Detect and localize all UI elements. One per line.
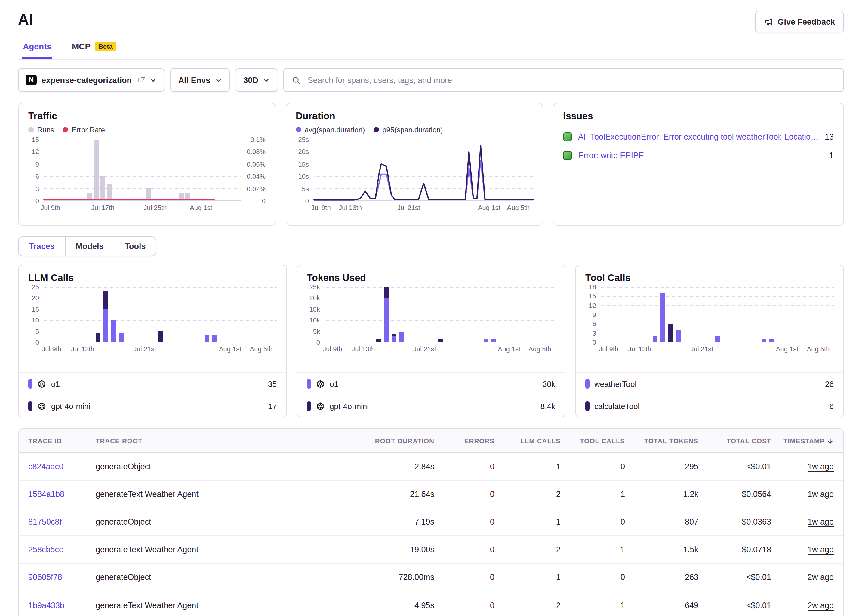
issue-count: 1 — [829, 151, 834, 160]
chart-bar[interactable] — [653, 336, 658, 342]
column-header-tool-calls[interactable]: TOOL CALLS — [561, 437, 625, 444]
give-feedback-button[interactable]: Give Feedback — [755, 11, 844, 33]
chart-bar[interactable] — [104, 291, 108, 309]
plot-area — [44, 140, 240, 201]
grid-line — [601, 296, 834, 297]
subtab-models[interactable]: Models — [65, 237, 114, 256]
cell-timestamp[interactable]: 2w ago — [771, 601, 834, 610]
grid-line — [601, 314, 834, 315]
chart-bar[interactable] — [111, 320, 116, 342]
subtab-traces[interactable]: Traces — [19, 237, 65, 256]
page: AI Give Feedback Agents MCP Beta N expen… — [0, 0, 862, 616]
cell-total-cost: $0.0363 — [699, 517, 771, 526]
chart-bar[interactable] — [384, 298, 389, 342]
chart-bar[interactable] — [438, 338, 443, 342]
cell-timestamp[interactable]: 1w ago — [771, 517, 834, 526]
project-selector[interactable]: N expense-categorization +7 — [18, 68, 165, 92]
cell-total-cost: <$0.01 — [699, 462, 771, 471]
series-name: gpt-4o-mini — [51, 402, 90, 410]
y-axis-tick: 18 — [589, 283, 597, 291]
issue-link[interactable]: AI_ToolExecutionError: Error executing t… — [578, 132, 819, 141]
column-header-errors[interactable]: ERRORS — [434, 437, 495, 444]
cell-timestamp[interactable]: 2w ago — [771, 573, 834, 582]
column-header-root-duration[interactable]: ROOT DURATION — [344, 437, 434, 444]
chart-bar[interactable] — [384, 287, 389, 298]
table-header: TRACE IDTRACE ROOTROOT DURATIONERRORSLLM… — [19, 429, 843, 453]
column-header-trace-id[interactable]: TRACE ID — [28, 437, 96, 444]
legend-item: avg(span.duration) — [296, 126, 365, 134]
grid-line — [601, 333, 834, 333]
legend-row[interactable]: calculateTool6 — [576, 394, 843, 417]
issue-link[interactable]: Error: write EPIPE — [578, 151, 823, 160]
cell-trace-id[interactable]: 81750c8f — [28, 517, 96, 526]
chart-bar[interactable] — [96, 333, 101, 342]
cell-trace-id[interactable]: c824aac0 — [28, 462, 96, 471]
chart-bar[interactable] — [376, 339, 381, 342]
column-header-label: LLM CALLS — [520, 437, 561, 444]
traffic-card: Traffic RunsError Rate 03691215 00.02%0.… — [18, 103, 276, 226]
chart-bar[interactable] — [676, 330, 681, 342]
y-axis-labels: 0369121518 — [585, 287, 601, 342]
legend-row[interactable]: gpt-4o-mini8.4k — [297, 394, 565, 417]
chart-bar[interactable] — [668, 323, 673, 342]
daterange-selector[interactable]: 30D — [236, 68, 278, 92]
chart-bar[interactable] — [769, 339, 774, 342]
cell-trace-id[interactable]: 90605f78 — [28, 573, 96, 582]
tab-mcp[interactable]: MCP Beta — [71, 36, 118, 59]
legend-row[interactable]: o135 — [19, 372, 286, 394]
cell-timestamp[interactable]: 1w ago — [771, 462, 834, 471]
chart-bar[interactable] — [661, 293, 665, 342]
chart-bar[interactable] — [491, 339, 496, 342]
search-input[interactable] — [306, 75, 835, 85]
chart-bar[interactable] — [204, 335, 209, 342]
chart-bar[interactable] — [715, 336, 720, 342]
chart-bar[interactable] — [484, 338, 488, 342]
search-bar[interactable] — [284, 68, 844, 92]
cell-root-duration: 4.95s — [344, 601, 434, 610]
issue-row: AI_ToolExecutionError: Error executing t… — [563, 127, 834, 146]
legend-row[interactable]: gpt-4o-mini17 — [19, 394, 286, 417]
cell-trace-id[interactable]: 1584a1b8 — [28, 490, 96, 499]
series-color-icon — [307, 401, 311, 411]
y-axis-tick: 15 — [589, 293, 597, 300]
cell-trace-id[interactable]: 1b9a433b — [28, 601, 96, 610]
y-axis-right-tick: 0.02% — [247, 185, 265, 192]
main-tabs: Agents MCP Beta — [18, 36, 844, 60]
column-header-total-tokens[interactable]: TOTAL TOKENS — [625, 437, 699, 444]
column-header-total-cost[interactable]: TOTAL COST — [699, 437, 771, 444]
chart-bar[interactable] — [119, 333, 124, 342]
column-header-trace-root[interactable]: TRACE ROOT — [96, 437, 344, 444]
cell-timestamp[interactable]: 1w ago — [771, 545, 834, 554]
cell-trace-id[interactable]: 258cb5cc — [28, 545, 96, 554]
issue-level-icon — [563, 151, 572, 160]
chart-bar[interactable] — [392, 336, 396, 342]
chart-bar[interactable] — [158, 331, 163, 342]
legend-row[interactable]: o130k — [297, 372, 565, 394]
cell-errors: 0 — [434, 462, 495, 471]
subtab-tools[interactable]: Tools — [114, 237, 156, 256]
environment-selector[interactable]: All Envs — [171, 68, 230, 92]
x-axis-tick: Aug 5th — [807, 345, 829, 352]
cell-timestamp[interactable]: 1w ago — [771, 490, 834, 499]
cell-llm-calls: 1 — [495, 517, 561, 526]
legend-row[interactable]: weatherTool26 — [576, 372, 843, 394]
legend-item: Error Rate — [63, 126, 105, 134]
grid-line — [601, 287, 834, 288]
column-header-llm-calls[interactable]: LLM CALLS — [495, 437, 561, 444]
tokens-used-title: Tokens Used — [307, 272, 555, 283]
legend-dot — [28, 127, 34, 132]
column-header-timestamp[interactable]: TIMESTAMP — [771, 437, 834, 444]
chart-bar[interactable] — [399, 332, 404, 342]
chart-bar[interactable] — [212, 335, 217, 342]
series-color-icon — [585, 379, 589, 389]
y-axis-right-tick: 0.04% — [247, 173, 265, 180]
cell-total-tokens: 807 — [625, 517, 699, 526]
cell-total-tokens: 263 — [625, 573, 699, 582]
tab-agents[interactable]: Agents — [22, 36, 53, 59]
x-axis-labels: Jul 9thJul 13thJul 21stAug 1stAug 5th — [44, 342, 277, 354]
chart-bar[interactable] — [762, 339, 766, 342]
chart-bar[interactable] — [392, 334, 396, 336]
tool-calls-chart: 0369121518 Jul 9thJul 13thJul 21stAug 1s… — [585, 287, 834, 354]
legend-dot — [373, 127, 379, 132]
chart-bar[interactable] — [104, 309, 108, 342]
